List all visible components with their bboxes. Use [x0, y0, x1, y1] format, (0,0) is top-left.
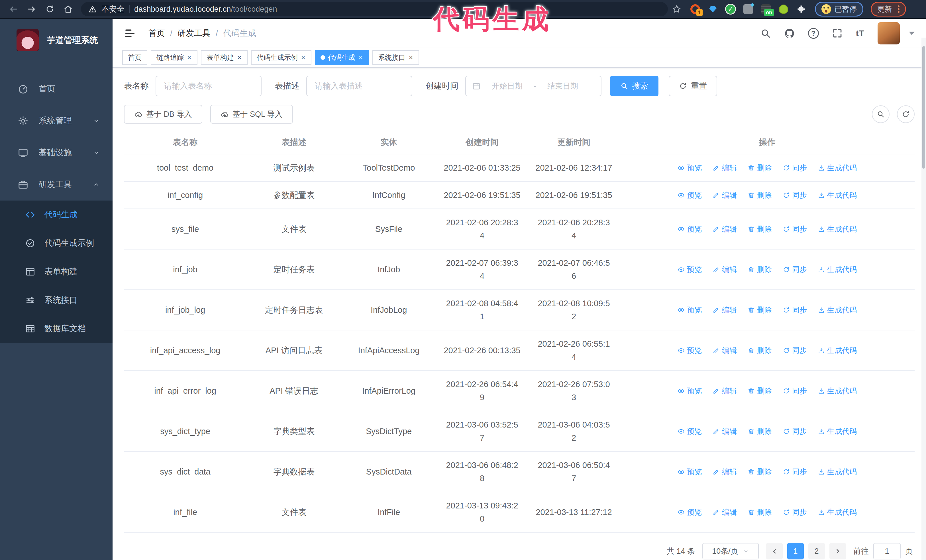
sidebar-item-codegen[interactable]: 代码生成 — [0, 201, 112, 229]
address-bar[interactable]: 不安全 dashboard.yudao.iocoder.cn/tool/code… — [81, 2, 668, 16]
preview-link[interactable]: 预览 — [678, 263, 702, 276]
close-icon[interactable]: × — [408, 54, 413, 62]
prev-page-button[interactable] — [766, 543, 783, 559]
kebab-menu-icon[interactable] — [898, 5, 899, 13]
bookmark-star-icon[interactable] — [672, 4, 682, 14]
page-size-select[interactable]: 10条/页 — [702, 543, 759, 559]
table-desc-input[interactable] — [306, 76, 412, 96]
edit-link[interactable]: 编辑 — [713, 425, 737, 438]
scrollbar-thumb[interactable] — [922, 46, 925, 169]
preview-link[interactable]: 预览 — [678, 161, 702, 174]
date-range-picker[interactable]: - — [465, 76, 601, 96]
extension-gem-icon[interactable] — [707, 3, 719, 15]
preview-link[interactable]: 预览 — [678, 425, 702, 438]
edit-link[interactable]: 编辑 — [713, 189, 737, 202]
tab-代码生成示例[interactable]: 代码生成示例× — [251, 50, 312, 65]
tab-表单构建[interactable]: 表单构建× — [201, 50, 248, 65]
preview-link[interactable]: 预览 — [678, 303, 702, 317]
generate-code-link[interactable]: 生成代码 — [818, 384, 857, 397]
sync-link[interactable]: 同步 — [783, 263, 807, 276]
delete-link[interactable]: 删除 — [747, 506, 772, 519]
preview-link[interactable]: 预览 — [678, 344, 702, 357]
tab-系统接口[interactable]: 系统接口× — [372, 50, 419, 65]
goto-page-input[interactable] — [873, 543, 901, 559]
generate-code-link[interactable]: 生成代码 — [818, 506, 857, 519]
avatar-caret-icon[interactable] — [909, 32, 915, 35]
sidebar-item-home[interactable]: 首页 — [0, 73, 112, 105]
delete-link[interactable]: 删除 — [747, 344, 772, 357]
reload-icon[interactable] — [42, 2, 57, 17]
edit-link[interactable]: 编辑 — [713, 263, 737, 276]
edit-link[interactable]: 编辑 — [713, 384, 737, 397]
extension-lime-icon[interactable] — [778, 3, 789, 15]
close-icon[interactable]: × — [187, 54, 192, 62]
github-icon[interactable] — [784, 28, 795, 39]
generate-code-link[interactable]: 生成代码 — [818, 263, 857, 276]
import-db-button[interactable]: 基于 DB 导入 — [124, 105, 202, 124]
sidebar-logo[interactable]: 芋道管理系统 — [0, 19, 112, 62]
sync-link[interactable]: 同步 — [783, 425, 807, 438]
extension-check-icon[interactable]: ✓ — [725, 3, 736, 15]
font-size-icon[interactable]: tT — [856, 29, 864, 38]
delete-link[interactable]: 删除 — [747, 222, 772, 235]
breadcrumb-devtools[interactable]: 研发工具 — [177, 28, 210, 39]
delete-link[interactable]: 删除 — [747, 384, 772, 397]
forward-icon[interactable] — [24, 2, 39, 17]
page-button-1[interactable]: 1 — [787, 543, 804, 559]
sidebar-item-codegen-example[interactable]: 代码生成示例 — [0, 229, 112, 258]
preview-link[interactable]: 预览 — [678, 222, 702, 235]
date-end-input[interactable] — [540, 82, 585, 91]
generate-code-link[interactable]: 生成代码 — [818, 425, 857, 438]
preview-link[interactable]: 预览 — [678, 506, 702, 519]
edit-link[interactable]: 编辑 — [713, 344, 737, 357]
edit-link[interactable]: 编辑 — [713, 161, 737, 174]
help-icon[interactable]: ? — [808, 28, 819, 39]
update-button[interactable]: 更新 — [871, 2, 906, 17]
sync-link[interactable]: 同步 — [783, 465, 807, 478]
toggle-search-button[interactable] — [872, 106, 890, 123]
generate-code-link[interactable]: 生成代码 — [818, 189, 857, 202]
sidebar-item-infra[interactable]: 基础设施 — [0, 137, 112, 169]
extension-grid-icon[interactable] — [743, 3, 754, 15]
tab-代码生成[interactable]: 代码生成× — [315, 50, 369, 65]
back-icon[interactable] — [6, 2, 21, 17]
extension-puzzle-icon[interactable] — [796, 3, 807, 15]
url-text[interactable]: dashboard.yudao.iocoder.cn/tool/codegen — [134, 5, 277, 14]
date-start-input[interactable] — [485, 82, 530, 91]
tab-首页[interactable]: 首页 — [122, 50, 147, 65]
delete-link[interactable]: 删除 — [747, 189, 772, 202]
edit-link[interactable]: 编辑 — [713, 506, 737, 519]
hamburger-icon[interactable] — [124, 27, 136, 39]
generate-code-link[interactable]: 生成代码 — [818, 222, 857, 235]
sidebar-item-system-api[interactable]: 系统接口 — [0, 286, 112, 314]
next-page-button[interactable] — [829, 543, 846, 559]
edit-link[interactable]: 编辑 — [713, 222, 737, 235]
tab-链路追踪[interactable]: 链路追踪× — [151, 50, 197, 65]
extension-switch-icon[interactable]: on — [760, 3, 772, 15]
table-name-input[interactable] — [156, 76, 262, 96]
delete-link[interactable]: 删除 — [747, 425, 772, 438]
sync-link[interactable]: 同步 — [783, 506, 807, 519]
sync-link[interactable]: 同步 — [783, 189, 807, 202]
sidebar-item-form-build[interactable]: 表单构建 — [0, 258, 112, 286]
sync-link[interactable]: 同步 — [783, 344, 807, 357]
import-sql-button[interactable]: 基于 SQL 导入 — [210, 105, 293, 124]
fullscreen-icon[interactable] — [832, 28, 843, 39]
sync-link[interactable]: 同步 — [783, 222, 807, 235]
generate-code-link[interactable]: 生成代码 — [818, 344, 857, 357]
sidebar-item-devtools[interactable]: 研发工具 — [0, 169, 112, 201]
preview-link[interactable]: 预览 — [678, 384, 702, 397]
sync-link[interactable]: 同步 — [783, 161, 807, 174]
close-icon[interactable]: × — [301, 54, 306, 62]
delete-link[interactable]: 删除 — [747, 465, 772, 478]
paused-badge[interactable]: 已暂停 — [815, 2, 863, 17]
sidebar-item-db-doc[interactable]: 数据库文档 — [0, 314, 112, 343]
user-avatar[interactable] — [878, 22, 900, 44]
delete-link[interactable]: 删除 — [747, 263, 772, 276]
refresh-table-button[interactable] — [897, 106, 915, 123]
preview-link[interactable]: 预览 — [678, 189, 702, 202]
search-icon[interactable] — [760, 28, 771, 39]
sync-link[interactable]: 同步 — [783, 303, 807, 317]
close-icon[interactable]: × — [358, 54, 363, 62]
extension-ubuntu-icon[interactable]: 1 — [690, 3, 701, 15]
